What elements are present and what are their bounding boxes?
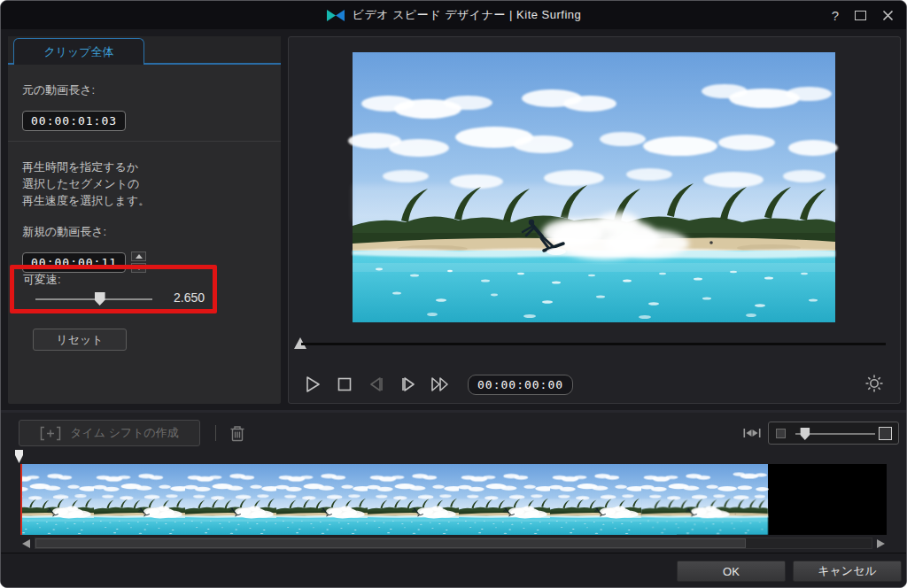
variable-speed-slider-thumb[interactable]: [95, 292, 105, 306]
tab-entire-clip[interactable]: クリップ全体: [13, 38, 144, 65]
add-time-shift-icon: [40, 426, 61, 441]
new-length-label: 新規の動画長さ:: [22, 224, 267, 240]
video-preview[interactable]: [353, 52, 835, 322]
fit-timeline-icon[interactable]: [743, 426, 761, 440]
reset-button[interactable]: リセット: [33, 329, 127, 351]
seek-bar: [289, 335, 900, 352]
timeline-playhead-marker[interactable]: [15, 450, 24, 464]
create-time-shift-label: タイム シフトの作成: [70, 425, 179, 441]
filmstrip-track[interactable]: [20, 464, 887, 535]
maximize-icon[interactable]: [855, 11, 866, 20]
tab-row: クリップ全体: [8, 36, 281, 65]
titlebar-controls: ?: [832, 1, 894, 29]
scroll-left-icon[interactable]: [22, 539, 30, 548]
main-area: クリップ全体 元の動画長さ: 00:00:01:03 再生時間を指定するか 選択…: [1, 29, 907, 410]
preview-timecode: 00:00:00:00: [468, 375, 573, 395]
description-line: 再生速度を選択します。: [22, 192, 267, 209]
arrow-up-icon: [136, 254, 143, 259]
variable-speed-slider[interactable]: [35, 298, 152, 300]
clip-settings-panel: クリップ全体 元の動画長さ: 00:00:01:03 再生時間を指定するか 選択…: [8, 36, 281, 404]
cancel-button[interactable]: キャンセル: [793, 561, 902, 582]
play-button[interactable]: [301, 373, 324, 396]
original-length-label: 元の動画長さ:: [22, 82, 267, 98]
window-title: ビデオ スピード デザイナー | Kite Surfing: [353, 7, 582, 23]
titlebar: ビデオ スピード デザイナー | Kite Surfing ?: [1, 1, 906, 29]
timeline-zoom-thumb[interactable]: [800, 428, 810, 440]
stepper-up-button[interactable]: [131, 251, 146, 261]
help-icon[interactable]: ?: [832, 9, 839, 22]
variable-speed-value: 2.650: [174, 290, 205, 305]
previous-frame-button[interactable]: [365, 373, 388, 396]
transport-controls: 00:00:00:00: [289, 367, 900, 402]
seek-track[interactable]: [301, 343, 886, 345]
filmstrip-thumbnail[interactable]: [659, 464, 750, 535]
settings-gear-icon[interactable]: [864, 374, 886, 395]
description-text: 再生時間を指定するか 選択したセグメントの 再生速度を選択します。: [22, 159, 267, 209]
toolbar-separator: [215, 425, 216, 441]
preview-panel: 00:00:00:00: [288, 36, 901, 404]
stop-button[interactable]: [333, 373, 356, 396]
scroll-right-icon[interactable]: [877, 539, 885, 548]
timeline-scrollbar: [20, 538, 887, 549]
ok-button[interactable]: OK: [677, 561, 786, 582]
annotation-highlight-red-box: 可変速: 2.650: [10, 265, 217, 313]
video-speed-designer-window: ビデオ スピード デザイナー | Kite Surfing ? クリップ全体 元…: [0, 0, 907, 588]
description-line: 選択したセグメントの: [22, 175, 267, 192]
timeline-zoom-control: [768, 422, 899, 445]
delete-trash-icon[interactable]: [229, 424, 245, 442]
scrollbar-thumb[interactable]: [35, 538, 746, 548]
scrollbar-track[interactable]: [35, 538, 872, 549]
title-group: ビデオ スピード デザイナー | Kite Surfing: [326, 7, 582, 23]
timeline-zoom-slider[interactable]: [795, 433, 875, 435]
timeline-playhead-line: [20, 464, 22, 535]
next-frame-button[interactable]: [397, 373, 420, 396]
original-length-section: 元の動画長さ: 00:00:01:03: [22, 82, 267, 131]
footer-bar: OK キャンセル: [1, 553, 907, 588]
kite-surfing-frame: [353, 52, 835, 322]
section-divider: [8, 141, 281, 142]
zoom-out-icon[interactable]: [776, 429, 786, 438]
app-logo-icon: [326, 9, 345, 22]
zoom-in-icon[interactable]: [879, 427, 892, 440]
close-icon[interactable]: [882, 10, 894, 21]
fast-forward-button[interactable]: [429, 373, 452, 396]
timeline-panel: タイム シフトの作成: [1, 410, 907, 588]
original-length-value: 00:00:01:03: [22, 111, 126, 131]
variable-speed-label: 可変速:: [23, 272, 61, 288]
create-time-shift-button[interactable]: タイム シフトの作成: [19, 420, 200, 446]
description-line: 再生時間を指定するか: [22, 159, 267, 175]
